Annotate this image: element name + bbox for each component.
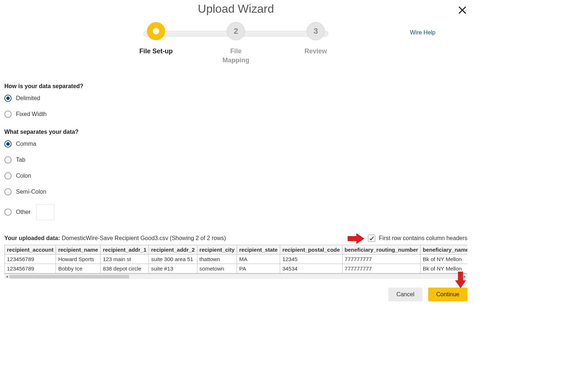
- first-row-headers-checkbox[interactable]: [368, 235, 375, 242]
- radio-input[interactable]: [4, 172, 12, 180]
- separation-option[interactable]: Delimited: [4, 95, 467, 102]
- table-cell: PA: [237, 264, 280, 273]
- scrollbar-thumb[interactable]: [9, 275, 129, 278]
- radio-input[interactable]: [4, 111, 12, 118]
- step-circle: [147, 22, 165, 40]
- cancel-button[interactable]: Cancel: [388, 288, 422, 301]
- data-preview-table-wrap: recipient_accountrecipient_namerecipient…: [4, 245, 467, 274]
- step-label: File Set-up: [139, 47, 173, 56]
- radio-group-delimiter: CommaTabColonSemi-ColonOther: [4, 140, 467, 220]
- scroll-left-arrow-icon: ◄: [5, 275, 9, 278]
- close-button[interactable]: [457, 5, 467, 17]
- annotation-arrow-right-icon: [348, 233, 364, 244]
- table-row: 123456789Howard Sports123 main stsuite 3…: [5, 255, 468, 264]
- question-data-separated: How is your data separated?: [4, 83, 467, 90]
- table-cell: suite 300 area 51: [149, 255, 197, 264]
- delimiter-option[interactable]: Colon: [4, 172, 467, 180]
- stepper: File Set-up2File Mapping3Review: [134, 22, 337, 65]
- radio-input[interactable]: [4, 156, 12, 164]
- radio-input[interactable]: [4, 140, 12, 148]
- radio-label: Tab: [16, 157, 25, 163]
- check-icon: [369, 236, 374, 241]
- table-cell: thattown: [197, 255, 237, 264]
- page-title: Upload Wizard: [4, 2, 467, 16]
- table-header-cell: recipient_addr_1: [101, 245, 149, 255]
- radio-group-separation: DelimitedFixed Width: [4, 95, 467, 118]
- radio-label: Comma: [16, 141, 36, 147]
- table-header-cell: recipient_postal_code: [280, 245, 342, 255]
- step-1: File Set-up: [134, 22, 178, 65]
- step-2: 2File Mapping: [214, 22, 258, 65]
- close-icon: [457, 5, 467, 15]
- table-header-cell: recipient_state: [237, 245, 280, 255]
- table-cell: 777777777: [342, 255, 421, 264]
- uploaded-filename: DomesticWire-Save Recipient Good3.csv: [62, 235, 168, 241]
- radio-label: Semi-Colon: [16, 189, 46, 195]
- radio-label: Delimited: [16, 95, 40, 102]
- table-cell: Howard Sports: [56, 255, 101, 264]
- uploaded-prefix: Your uploaded data:: [4, 235, 62, 241]
- radio-input[interactable]: [4, 95, 12, 102]
- table-cell: 123 main st: [101, 255, 149, 264]
- horizontal-scrollbar[interactable]: ◄ ►: [4, 274, 467, 279]
- table-header-cell: beneficiary_routing_number: [342, 245, 421, 255]
- delimiter-option[interactable]: Tab: [4, 156, 467, 164]
- radio-input[interactable]: [4, 188, 12, 195]
- delimiter-option[interactable]: Comma: [4, 140, 467, 148]
- table-cell: Bobby Ice: [56, 264, 101, 273]
- separation-option[interactable]: Fixed Width: [4, 111, 467, 118]
- table-cell: Bk of NY Mellon: [421, 255, 467, 264]
- table-cell: sometown: [197, 264, 237, 273]
- radio-label: Fixed Width: [16, 111, 46, 117]
- question-separator-char: What separates your data?: [4, 129, 467, 135]
- radio-label: Colon: [16, 173, 31, 179]
- step-label: File Mapping: [222, 47, 249, 65]
- table-header-cell: recipient_addr_2: [149, 245, 197, 255]
- delimiter-option[interactable]: Other: [4, 204, 467, 220]
- table-cell: 12345: [280, 255, 342, 264]
- uploaded-data-label: Your uploaded data: DomesticWire-Save Re…: [4, 235, 226, 242]
- svg-marker-2: [348, 233, 364, 244]
- table-row: 123456789Bobby Ice838 depot circlesuite …: [5, 264, 468, 273]
- wire-help-link[interactable]: Wire Help: [410, 29, 435, 36]
- table-cell: 777777777: [342, 264, 421, 273]
- table-cell: 123456789: [5, 255, 56, 264]
- first-row-headers-label: First row contains column headers: [379, 235, 467, 242]
- svg-marker-3: [455, 272, 466, 288]
- annotation-arrow-down-icon: [455, 272, 466, 288]
- table-header-cell: recipient_account: [5, 245, 56, 255]
- table-header-cell: recipient_city: [197, 245, 237, 255]
- delimiter-option[interactable]: Semi-Colon: [4, 188, 467, 195]
- step-circle: 3: [307, 22, 325, 40]
- radio-label: Other: [16, 209, 30, 215]
- step-circle: 2: [227, 22, 245, 40]
- table-cell: 123456789: [5, 264, 56, 273]
- step-3: 3Review: [294, 22, 337, 65]
- other-delimiter-input[interactable]: [36, 204, 54, 220]
- table-cell: 34534: [280, 264, 342, 273]
- data-preview-table: recipient_accountrecipient_namerecipient…: [4, 245, 467, 273]
- uploaded-rows-note: (Showing 2 of 2 rows): [168, 235, 226, 241]
- step-label: Review: [304, 47, 327, 56]
- table-header-cell: recipient_name: [56, 245, 101, 255]
- radio-input[interactable]: [4, 209, 12, 216]
- continue-button[interactable]: Continue: [428, 288, 467, 301]
- table-cell: MA: [237, 255, 280, 264]
- table-cell: suite #13: [149, 264, 197, 273]
- table-cell: 838 depot circle: [101, 264, 149, 273]
- table-header-cell: beneficiary_name: [421, 245, 467, 255]
